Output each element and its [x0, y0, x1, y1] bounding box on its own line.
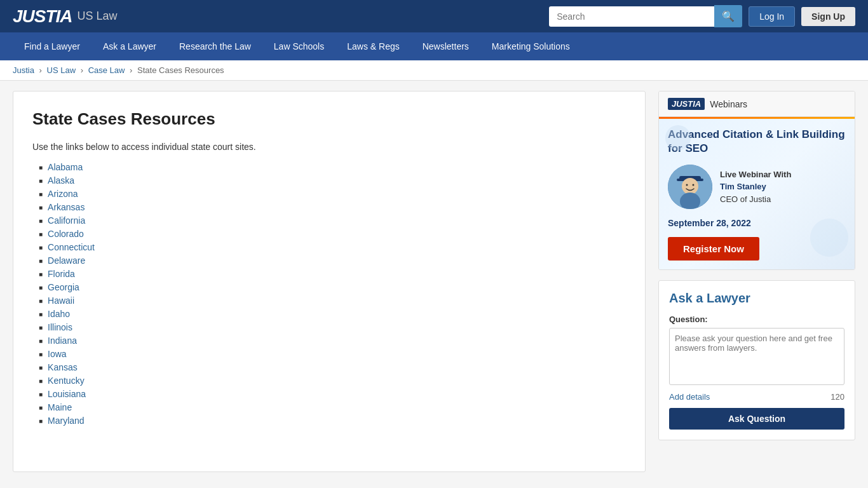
list-item: Idaho: [39, 309, 626, 319]
search-input[interactable]: [549, 6, 714, 27]
presenter-title: CEO of Justia: [720, 194, 771, 204]
webinar-title: Advanced Citation & Link Building for SE…: [668, 128, 846, 156]
list-item: Louisiana: [39, 389, 626, 399]
nav-item-newsletters[interactable]: Newsletters: [411, 32, 480, 60]
breadcrumb-current: State Cases Resources: [137, 65, 224, 75]
logo-area: JUSTIA US Law: [13, 6, 118, 27]
header-top: JUSTIA US Law 🔍 Log In Sign Up: [0, 0, 868, 32]
state-link[interactable]: Alabama: [48, 162, 83, 172]
presenter-name: Tim Stanley: [720, 182, 766, 191]
avatar-image: [668, 165, 712, 209]
webinar-decoration-2: [810, 219, 848, 257]
breadcrumb: Justia › US Law › Case Law › State Cases…: [0, 60, 868, 81]
question-label: Question:: [669, 315, 844, 324]
state-link[interactable]: Maine: [48, 402, 72, 412]
webinar-decoration-1: [665, 125, 691, 151]
webinar-body: Advanced Citation & Link Building for SE…: [659, 119, 855, 269]
list-item: Colorado: [39, 229, 626, 239]
state-link[interactable]: Arizona: [48, 189, 78, 199]
ask-lawyer-footer: Add details 120: [669, 392, 844, 402]
webinar-presenter: Live Webinar With Tim Stanley CEO of Jus…: [668, 165, 846, 209]
header-right: 🔍 Log In Sign Up: [549, 5, 855, 27]
state-link[interactable]: Illinois: [48, 322, 72, 332]
list-item: Kansas: [39, 362, 626, 372]
nav-item-law-schools[interactable]: Law Schools: [262, 32, 336, 60]
question-textarea[interactable]: [669, 328, 844, 385]
list-item: California: [39, 215, 626, 226]
state-link[interactable]: Georgia: [48, 282, 79, 292]
list-item: Alabama: [39, 162, 626, 172]
presenter-avatar: [668, 165, 712, 209]
search-container: 🔍: [549, 5, 742, 27]
breadcrumb-sep-2: ›: [81, 65, 86, 75]
list-item: Georgia: [39, 282, 626, 292]
presenter-info: Live Webinar With Tim Stanley CEO of Jus…: [720, 168, 791, 206]
list-item: Hawaii: [39, 295, 626, 306]
state-link[interactable]: Hawaii: [48, 295, 74, 306]
webinar-header: JUSTIA Webinars: [659, 92, 855, 117]
list-item: Arizona: [39, 189, 626, 199]
state-link[interactable]: Connecticut: [48, 242, 95, 252]
state-link[interactable]: Indiana: [48, 336, 77, 346]
signup-button[interactable]: Sign Up: [801, 7, 855, 26]
state-link[interactable]: Florida: [48, 269, 75, 279]
content-area: State Cases Resources Use the links belo…: [13, 91, 646, 472]
webinar-justia-logo: JUSTIA: [668, 98, 705, 110]
webinar-live-label: Live Webinar With: [720, 170, 791, 179]
add-details-link[interactable]: Add details: [669, 392, 710, 402]
svg-point-3: [682, 178, 698, 194]
search-button[interactable]: 🔍: [714, 5, 742, 27]
list-item: Florida: [39, 269, 626, 279]
svg-point-4: [686, 184, 688, 186]
logo-us-law: US Law: [78, 10, 118, 23]
state-link[interactable]: Idaho: [48, 309, 70, 319]
sidebar: JUSTIA Webinars Advanced Citation & Link…: [658, 91, 855, 440]
nav-item-research-law[interactable]: Research the Law: [168, 32, 262, 60]
logo-justia[interactable]: JUSTIA: [13, 6, 72, 27]
login-button[interactable]: Log In: [749, 6, 795, 27]
state-link[interactable]: Maryland: [48, 416, 85, 426]
state-list: AlabamaAlaskaArizonaArkansasCaliforniaCo…: [32, 162, 626, 426]
ask-lawyer-card: Ask a Lawyer Question: Add details 120 A…: [658, 280, 855, 440]
breadcrumb-justia[interactable]: Justia: [13, 65, 34, 75]
list-item: Alaska: [39, 175, 626, 186]
list-item: Delaware: [39, 255, 626, 266]
state-link[interactable]: Delaware: [48, 255, 85, 266]
nav-item-laws-regs[interactable]: Laws & Regs: [336, 32, 410, 60]
register-button[interactable]: Register Now: [668, 237, 759, 261]
nav-item-find-lawyer[interactable]: Find a Lawyer: [13, 32, 92, 60]
svg-point-5: [693, 184, 695, 186]
breadcrumb-sep-3: ›: [130, 65, 135, 75]
page-description: Use the links below to access individual…: [32, 142, 626, 152]
state-link[interactable]: California: [48, 215, 85, 226]
state-link[interactable]: Louisiana: [48, 389, 86, 399]
state-link[interactable]: Kentucky: [48, 376, 85, 386]
ask-question-button[interactable]: Ask Question: [669, 408, 844, 430]
page-title: State Cases Resources: [32, 109, 626, 129]
breadcrumb-us-law[interactable]: US Law: [47, 65, 76, 75]
list-item: Illinois: [39, 322, 626, 332]
list-item: Maryland: [39, 416, 626, 426]
state-link[interactable]: Iowa: [48, 349, 67, 359]
main-container: State Cases Resources Use the links belo…: [0, 81, 868, 482]
list-item: Kentucky: [39, 376, 626, 386]
list-item: Arkansas: [39, 202, 626, 212]
state-link[interactable]: Arkansas: [48, 202, 85, 212]
webinar-label: Webinars: [710, 99, 747, 109]
state-link[interactable]: Alaska: [48, 175, 74, 186]
state-link[interactable]: Colorado: [48, 229, 84, 239]
char-count: 120: [831, 392, 844, 402]
webinar-card: JUSTIA Webinars Advanced Citation & Link…: [658, 91, 855, 270]
breadcrumb-sep-1: ›: [39, 65, 44, 75]
state-link[interactable]: Kansas: [48, 362, 78, 372]
list-item: Iowa: [39, 349, 626, 359]
list-item: Connecticut: [39, 242, 626, 252]
nav-item-marketing[interactable]: Marketing Solutions: [480, 32, 581, 60]
breadcrumb-case-law[interactable]: Case Law: [88, 65, 125, 75]
main-nav: Find a Lawyer Ask a Lawyer Research the …: [0, 32, 868, 60]
ask-lawyer-title: Ask a Lawyer: [669, 291, 844, 306]
nav-item-ask-lawyer[interactable]: Ask a Lawyer: [92, 32, 168, 60]
list-item: Maine: [39, 402, 626, 412]
list-item: Indiana: [39, 336, 626, 346]
